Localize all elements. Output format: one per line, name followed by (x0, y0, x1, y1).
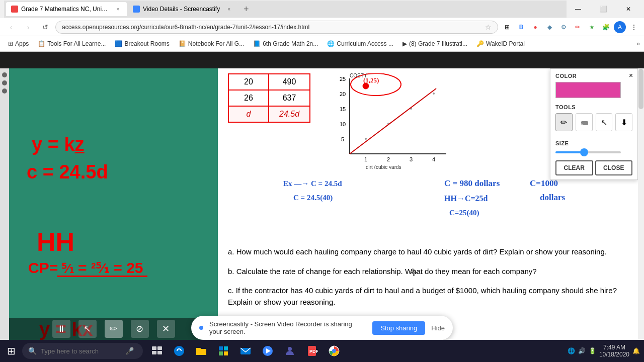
cursor-tool-btn[interactable]: ↖ (596, 113, 613, 131)
bookmark-breakout[interactable]: 🟦 Breakout Rooms (111, 39, 173, 48)
maximize-button[interactable]: ⬜ (592, 2, 615, 17)
ext-puzzle-icon[interactable]: ⚙ (557, 21, 570, 33)
tools-section: TOOLS ✏ ↖ ⬇ (550, 100, 637, 136)
notifications-icon[interactable]: 🔔 (632, 347, 640, 354)
eraser-tool-btn[interactable] (576, 113, 593, 131)
taskbar-clock[interactable]: 7:49 AM 10/18/2020 (599, 344, 629, 358)
grid-icon[interactable]: ⊞ (501, 21, 513, 33)
taskbar-app-screencastify[interactable] (258, 341, 278, 361)
wb-play-pause-btn[interactable]: ⏸ (52, 320, 70, 338)
cell-2-1: 26 (228, 90, 269, 106)
apps-label: Apps (15, 40, 29, 47)
taskbar-app-store[interactable] (213, 341, 233, 361)
ext-red-icon[interactable]: ● (529, 21, 541, 33)
bookmark-curriculum[interactable]: 🌐 Curriculum Access ... (323, 39, 397, 48)
sidebar-dot-1 (2, 72, 7, 77)
svg-text:2: 2 (387, 156, 390, 162)
taskbar-app-taskview[interactable] (147, 341, 167, 361)
right-scrollbar[interactable] (638, 68, 644, 340)
forward-button[interactable]: › (21, 20, 35, 34)
battery-icon[interactable]: 🔋 (589, 347, 596, 354)
more-options-icon[interactable]: ⋮ (628, 21, 640, 33)
wb-cursor-btn[interactable]: ↖ (78, 320, 97, 338)
tab-favicon-1 (11, 6, 18, 13)
address-bar[interactable]: access.openupresources.org/curricula/our… (55, 21, 498, 34)
network-icon[interactable]: 🌐 (568, 347, 575, 354)
question-c: c. If the contractor has 40 cubic yards … (228, 285, 628, 308)
annotation-panel-close-btn[interactable]: × (626, 71, 635, 80)
size-thumb[interactable] (580, 148, 588, 156)
ext-pencil-icon[interactable]: ✏ (572, 21, 584, 33)
minimize-button[interactable]: — (567, 2, 590, 17)
wb-close-btn[interactable]: ✕ (157, 320, 175, 338)
hide-button[interactable]: Hide (431, 324, 445, 332)
whiteboard-panel: y = kz c = 24.5d HH CP= ⁵⁄₁ = ²⁵⁄₁ = 25 … (9, 68, 218, 340)
ext-jigsaw-icon[interactable]: 🧩 (600, 21, 612, 33)
notebook-icon: 📔 (179, 40, 186, 47)
svg-rect-34 (219, 346, 223, 350)
tab-screencastify[interactable]: Video Details - Screencastify × (128, 2, 238, 16)
volume-icon[interactable]: 🔊 (578, 347, 586, 354)
wb-eraser-btn[interactable]: ⊘ (131, 320, 149, 338)
share-text: Screencastify - Screen Video Recorder is… (209, 320, 366, 335)
content-panel: 20 490 26 637 d 24.5d (218, 68, 638, 340)
window-controls: — ⬜ ✕ (567, 2, 640, 17)
sidebar-dot-2 (2, 80, 7, 85)
share-indicator-dot (199, 326, 203, 330)
bookmarks-more-icon[interactable]: » (636, 40, 640, 47)
color-swatch[interactable] (555, 82, 621, 98)
close-action-button[interactable]: CLOSE (595, 160, 633, 175)
bookmark-apps[interactable]: ⊞ Apps (4, 39, 33, 48)
download-tool-btn[interactable]: ⬇ (615, 113, 632, 131)
question-b-text: Calculate the rate of change for each re… (236, 267, 537, 276)
taskbar-app-teams[interactable] (280, 341, 300, 361)
bookmark-tools[interactable]: 📋 Tools For All Learne... (34, 39, 110, 48)
svg-text:15: 15 (340, 106, 346, 112)
tab-close-1[interactable]: × (114, 5, 122, 13)
scrollbar-thumb[interactable] (638, 69, 643, 109)
bookmark-wakeid[interactable]: 🔑 WakeID Portal (472, 39, 529, 48)
svg-text:20: 20 (340, 91, 346, 97)
taskbar-search-input[interactable] (41, 347, 121, 355)
clear-button[interactable]: CLEAR (555, 160, 593, 175)
new-tab-button[interactable]: + (239, 2, 253, 16)
close-button[interactable]: ✕ (617, 2, 640, 17)
svg-text:25: 25 (340, 76, 346, 82)
account-icon[interactable]: A (614, 21, 626, 33)
bookmark-star-icon[interactable]: ☆ (485, 23, 492, 31)
svg-text:5: 5 (341, 136, 344, 142)
taskbar-app-acrobat[interactable]: PDF (302, 341, 322, 361)
tab-close-2[interactable]: × (225, 5, 233, 13)
taskbar-app-edge[interactable] (169, 341, 189, 361)
taskbar-app-chrome[interactable] (324, 341, 344, 361)
questions-with-annotations: Ex —→ C = 24.5d C = 24.5(40) C = 980 dol… (218, 176, 638, 321)
refresh-button[interactable]: ↺ (38, 20, 52, 34)
bookmark-6thmath[interactable]: 📘 6th Grade Math 2n... (249, 39, 322, 48)
breakout-icon: 🟦 (115, 40, 122, 47)
pen-tool-btn[interactable]: ✏ (555, 113, 573, 131)
share-banner: Screencastify - Screen Video Recorder is… (191, 316, 453, 340)
start-button[interactable]: ⊞ (0, 340, 22, 362)
wb-pen-btn[interactable]: ✏ (105, 320, 123, 338)
bookmarks-bar: ⊞ Apps 📋 Tools For All Learne... 🟦 Break… (0, 36, 644, 51)
stop-sharing-button[interactable]: Stop sharing (372, 321, 425, 335)
taskbar-app-mail[interactable] (235, 341, 256, 361)
tab-grade7[interactable]: Grade 7 Mathematics NC, Unit 2 ... × (6, 2, 127, 16)
tools-label: Tools For All Learne... (47, 40, 106, 47)
taskbar-system-tray: 🌐 🔊 🔋 7:49 AM 10/18/2020 🔔 (568, 344, 640, 358)
back-button[interactable]: ‹ (4, 20, 18, 34)
bookmark-grade7[interactable]: ▶ (8) Grade 7 Illustrati... (398, 39, 471, 48)
taskbar-search[interactable]: 🔍 🎤 (22, 343, 143, 359)
question-b: b. Calculate the rate of change for each… (228, 266, 628, 278)
question-a-text: How much would each hauling company char… (236, 247, 607, 256)
ext-green-icon[interactable]: ★ (586, 21, 598, 33)
size-slider[interactable] (555, 151, 621, 153)
ext-diamond-icon[interactable]: ◆ (543, 21, 555, 33)
ext-b-icon[interactable]: B (515, 21, 527, 33)
bookmark-notebook[interactable]: 📔 Notebook For All G... (175, 39, 248, 48)
url-text: access.openupresources.org/curricula/our… (62, 24, 482, 31)
wb-cp-eq: CP= ⁵⁄₁ = ²⁵⁄₁ = 25 (28, 259, 143, 277)
tab-label-2: Video Details - Screencastify (143, 6, 220, 13)
table-row-2: 26 637 (228, 90, 310, 106)
taskbar-app-explorer[interactable] (191, 341, 211, 361)
